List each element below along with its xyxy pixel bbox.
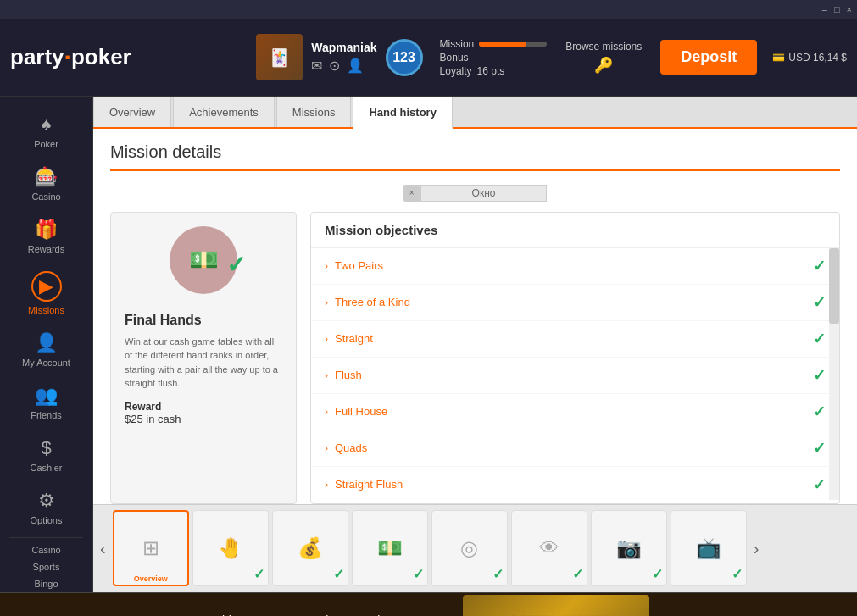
mission-card-description: Win at our cash game tables with all of … bbox=[125, 335, 282, 391]
sidebar-item-cashier[interactable]: $ Cashier bbox=[0, 429, 92, 481]
chevron-icon: › bbox=[325, 406, 328, 418]
scrollbar[interactable] bbox=[829, 248, 839, 500]
sidebar-divider bbox=[9, 537, 83, 538]
check-straight-flush: ✓ bbox=[813, 475, 826, 494]
key-icon: 🔑 bbox=[594, 56, 613, 75]
loyalty-label: Loyalty bbox=[440, 65, 472, 77]
avatar-wrapper: 🃏 bbox=[256, 34, 303, 80]
tab-missions[interactable]: Missions bbox=[276, 97, 352, 127]
deposit-button[interactable]: Deposit bbox=[660, 40, 757, 75]
thumb4-icon: ◎ bbox=[460, 536, 478, 560]
thumb1-icon: 🤚 bbox=[218, 536, 243, 560]
user-icons: ✉ ⊙ 👤 bbox=[311, 58, 376, 74]
card-icon: 💵 bbox=[189, 246, 219, 274]
user-section: 🃏 Wapmaniak ✉ ⊙ 👤 123 Mission Bonus bbox=[256, 34, 847, 80]
sidebar-item-casino[interactable]: 🎰 Casino bbox=[0, 158, 92, 210]
cashier-icon: $ bbox=[41, 437, 51, 459]
thumb-3[interactable]: 💵 ✓ bbox=[352, 510, 428, 586]
thumb-1[interactable]: 🤚 ✓ bbox=[192, 510, 269, 586]
check-straight: ✓ bbox=[813, 330, 826, 348]
objective-straight[interactable]: › Straight ✓ bbox=[311, 321, 839, 358]
thumb1-check: ✓ bbox=[253, 566, 264, 582]
chevron-icon: › bbox=[325, 297, 328, 308]
scrollbar-thumb[interactable] bbox=[829, 248, 839, 324]
mission-card: 💵 ✓ Final Hands Win at our cash game tab… bbox=[110, 212, 297, 504]
objectives-list: › Two Pairs ✓ › Three of a Kind ✓ bbox=[311, 248, 839, 500]
tab-hand-history[interactable]: Hand history bbox=[353, 97, 452, 129]
sidebar-item-rewards[interactable]: 🎁 Rewards bbox=[0, 210, 92, 263]
thumbnails-prev-button[interactable]: ‹ bbox=[97, 539, 109, 558]
sidebar-sports-sub[interactable]: Sports bbox=[0, 558, 92, 575]
objective-left: › Flush bbox=[325, 369, 362, 381]
minimize-button[interactable]: – bbox=[822, 4, 827, 14]
objective-name-full-house: Full House bbox=[335, 405, 387, 418]
options-icon: ⚙ bbox=[38, 490, 55, 512]
check-full-house: ✓ bbox=[813, 402, 826, 421]
objective-flush[interactable]: › Flush ✓ bbox=[311, 358, 839, 394]
objective-name-three-of-a-kind: Three of a Kind bbox=[335, 296, 410, 308]
sidebar-item-friends[interactable]: 👥 Friends bbox=[0, 376, 92, 429]
clock-icon[interactable]: ⊙ bbox=[329, 58, 340, 74]
objective-straight-flush[interactable]: › Straight Flush ✓ bbox=[311, 467, 839, 500]
avatar: 🃏 bbox=[256, 34, 303, 80]
bonus-label: Bonus bbox=[440, 52, 469, 64]
objective-left: › Full House bbox=[325, 405, 387, 418]
objective-name-flush: Flush bbox=[335, 369, 362, 381]
thumb3-icon: 💵 bbox=[377, 536, 403, 560]
content-area: Overview Achievements Missions Hand hist… bbox=[93, 97, 857, 592]
thumb-2[interactable]: 💰 ✓ bbox=[272, 510, 348, 586]
objective-left: › Three of a Kind bbox=[325, 296, 410, 308]
chevron-icon: › bbox=[325, 333, 328, 345]
chevron-icon: › bbox=[325, 442, 328, 454]
thumb5-icon: 👁 bbox=[539, 536, 559, 560]
thumbnails-next-button[interactable]: › bbox=[750, 539, 763, 558]
avatar-image: 🃏 bbox=[256, 34, 303, 80]
tab-achievements[interactable]: Achievements bbox=[173, 97, 275, 127]
objective-name-two-pairs: Two Pairs bbox=[335, 259, 383, 272]
objectives-panel: Mission objectives › Two Pairs ✓ › bbox=[310, 212, 840, 504]
banner: ‹ Sphinx you can unearth Egypt's lost tr… bbox=[0, 592, 857, 616]
sidebar-item-missions[interactable]: ▶ Missions bbox=[0, 263, 92, 324]
sidebar-label-rewards: Rewards bbox=[28, 244, 64, 254]
objective-left: › Straight Flush bbox=[325, 478, 403, 491]
objective-three-of-a-kind[interactable]: › Three of a Kind ✓ bbox=[311, 285, 839, 321]
objective-left: › Quads bbox=[325, 441, 367, 454]
thumb6-check: ✓ bbox=[652, 566, 663, 582]
objective-two-pairs[interactable]: › Two Pairs ✓ bbox=[311, 248, 839, 285]
thumb-4[interactable]: ◎ ✓ bbox=[431, 510, 508, 586]
thumb-6[interactable]: 📷 ✓ bbox=[591, 510, 667, 586]
window-close-btn[interactable]: × bbox=[403, 185, 420, 202]
username: Wapmaniak bbox=[311, 41, 376, 54]
objective-quads[interactable]: › Quads ✓ bbox=[311, 430, 839, 467]
check-two-pairs: ✓ bbox=[813, 257, 826, 275]
thumb-7[interactable]: 📺 ✓ bbox=[671, 510, 747, 586]
my-account-icon: 👤 bbox=[35, 332, 58, 354]
maximize-button[interactable]: □ bbox=[834, 4, 840, 14]
banner-next-button[interactable]: › bbox=[838, 611, 857, 617]
mission-info: Mission Bonus Loyalty 16 pts bbox=[440, 38, 548, 77]
friends-icon: 👥 bbox=[35, 385, 58, 407]
thumb-5[interactable]: 👁 ✓ bbox=[511, 510, 587, 586]
sidebar-item-my-account[interactable]: 👤 My Account bbox=[0, 324, 92, 376]
banner-game-image[interactable]: LOOT'EN KHAMON bbox=[463, 595, 649, 616]
sidebar-casino-sub[interactable]: Casino bbox=[0, 541, 92, 558]
tab-overview[interactable]: Overview bbox=[93, 97, 171, 127]
thumb-overview[interactable]: ⊞ Overview bbox=[113, 510, 189, 586]
mission-label: Mission bbox=[440, 38, 475, 50]
header: party·poker 🃏 Wapmaniak ✉ ⊙ 👤 123 Missio… bbox=[0, 19, 857, 97]
thumb7-check: ✓ bbox=[732, 566, 743, 582]
logo: party·poker bbox=[10, 43, 131, 72]
thumb2-icon: 💰 bbox=[298, 536, 323, 560]
sidebar-item-poker[interactable]: ♠ Poker bbox=[0, 105, 92, 158]
rewards-icon: 🎁 bbox=[35, 219, 58, 241]
sidebar-bingo-sub[interactable]: Bingo bbox=[0, 575, 92, 592]
banner-content: Sphinx you can unearth Egypt's lost trea… bbox=[19, 595, 838, 616]
sidebar-label-friends: Friends bbox=[31, 410, 62, 420]
close-button[interactable]: × bbox=[847, 4, 852, 14]
message-icon[interactable]: ✉ bbox=[311, 58, 322, 74]
sidebar-item-options[interactable]: ⚙ Options bbox=[0, 481, 92, 534]
card-complete-check: ✓ bbox=[226, 250, 246, 278]
objective-full-house[interactable]: › Full House ✓ bbox=[311, 394, 839, 430]
banner-prev-button[interactable]: ‹ bbox=[0, 611, 19, 617]
profile-icon[interactable]: 👤 bbox=[347, 58, 364, 74]
